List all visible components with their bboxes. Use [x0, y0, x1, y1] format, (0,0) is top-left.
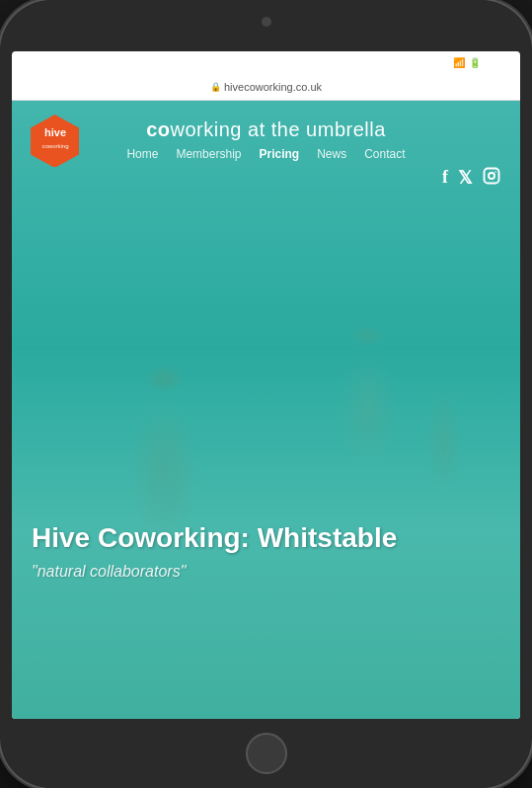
url-bar-status: ••• [261, 57, 271, 68]
nav-item-pricing[interactable]: Pricing [259, 147, 299, 161]
ipad-device: 13:10 ••• 📶 🔋 100% 🔒 hivecoworking.co.uk [0, 0, 532, 788]
hero-heading: Hive Coworking: Whitstable [32, 521, 500, 555]
status-right: 📶 🔋 100% [453, 57, 510, 68]
site-title: coworking at the umbrella [28, 113, 504, 141]
camera [262, 17, 271, 27]
screen: 13:10 ••• 📶 🔋 100% 🔒 hivecoworking.co.uk [12, 51, 520, 719]
site-title-rest: working at the umbrella [171, 118, 386, 140]
svg-point-5 [494, 171, 496, 173]
battery-icon: 🔋 [469, 57, 481, 68]
svg-text:coworking: coworking [41, 143, 68, 149]
hero-text-area: Hive Coworking: Whitstable "natural coll… [12, 521, 520, 581]
logo[interactable]: hive coworking [28, 113, 82, 167]
svg-text:hive: hive [44, 126, 66, 138]
wifi-icon: 📶 [453, 57, 465, 68]
nav-item-news[interactable]: News [317, 147, 346, 161]
svg-rect-3 [485, 169, 499, 184]
browser-url-display: 🔒 hivecoworking.co.uk [210, 81, 322, 93]
nav-menu: Home Membership Pricing News Contact [28, 147, 504, 161]
social-icons: f 𝕏 [28, 167, 504, 190]
url-text: hivecoworking.co.uk [224, 81, 322, 93]
time: 13:10 [22, 56, 49, 68]
hero-subheading: "natural collaborators" [32, 563, 500, 581]
website-content: hive coworking coworking at the umbrella… [12, 101, 520, 719]
browser-bar[interactable]: 🔒 hivecoworking.co.uk [12, 73, 520, 101]
svg-point-4 [489, 173, 494, 179]
status-bar: 13:10 ••• 📶 🔋 100% [12, 51, 520, 73]
nav-item-home[interactable]: Home [126, 147, 158, 161]
facebook-icon[interactable]: f [442, 167, 448, 190]
nav-item-contact[interactable]: Contact [364, 147, 405, 161]
site-title-co: co [146, 118, 170, 140]
nav-item-membership[interactable]: Membership [176, 147, 241, 161]
lock-icon: 🔒 [210, 82, 221, 92]
twitter-icon[interactable]: 𝕏 [458, 167, 473, 190]
navigation-area: hive coworking coworking at the umbrella… [12, 101, 520, 199]
battery-percent: 100% [485, 57, 510, 68]
svg-marker-0 [31, 115, 79, 167]
instagram-icon[interactable] [483, 167, 500, 190]
home-button[interactable] [246, 733, 287, 774]
